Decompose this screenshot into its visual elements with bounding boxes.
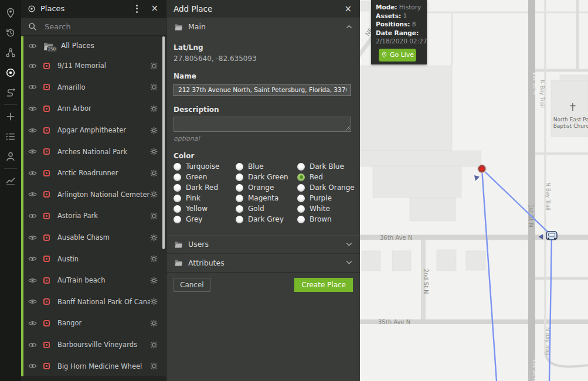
visibility-eye-icon[interactable] (28, 342, 37, 348)
visibility-eye-icon[interactable] (28, 63, 37, 69)
gear-icon[interactable] (150, 83, 158, 91)
gear-icon[interactable] (150, 341, 158, 349)
section-users[interactable]: Users (166, 235, 360, 254)
color-radio[interactable]: Brown (297, 216, 355, 223)
color-radio[interactable]: Red (297, 174, 355, 181)
gear-icon[interactable] (150, 169, 158, 177)
go-live-button[interactable]: Go Live (379, 49, 416, 62)
color-radio[interactable]: Dark Orange (297, 184, 355, 192)
gear-icon[interactable] (150, 212, 158, 220)
gear-icon[interactable] (150, 277, 158, 284)
gear-icon[interactable] (150, 62, 158, 70)
place-name: Austin (57, 255, 150, 263)
places-menu-kebab-icon[interactable] (132, 2, 141, 15)
place-row[interactable]: AuTrain beach (21, 270, 166, 291)
cancel-button[interactable]: Cancel (174, 278, 210, 292)
gear-icon[interactable] (150, 319, 158, 327)
all-places-row[interactable]: 250 All Places (21, 36, 166, 55)
name-input[interactable] (174, 84, 351, 96)
description-textarea[interactable] (174, 117, 351, 132)
place-row[interactable]: Amarillo (21, 77, 166, 98)
gear-icon[interactable] (150, 190, 158, 198)
place-row[interactable]: Astoria Park (21, 205, 166, 227)
color-radio[interactable]: Dark Blue (297, 163, 355, 171)
gear-icon[interactable] (150, 298, 158, 305)
gear-icon[interactable] (150, 362, 158, 370)
visibility-eye-icon[interactable] (28, 148, 37, 155)
list-bottom-edge (21, 376, 166, 381)
color-radio[interactable]: Purple (297, 195, 355, 202)
visibility-eye-icon[interactable] (28, 234, 37, 241)
place-row[interactable]: Banff National Park Of Canada (21, 291, 166, 313)
users-icon[interactable] (5, 151, 16, 162)
color-radio[interactable]: Dark Green (236, 174, 297, 181)
color-radio[interactable]: Orange (236, 184, 297, 192)
color-radio[interactable]: Grey (174, 216, 236, 223)
places-close-icon[interactable]: × (151, 4, 158, 13)
place-row[interactable]: Austin (21, 248, 166, 270)
visibility-eye-icon[interactable] (28, 298, 37, 305)
section-attributes[interactable]: Attributes (166, 254, 360, 273)
svg-text:North East Par: North East Par (553, 117, 588, 123)
chevron-up-icon (346, 25, 352, 29)
color-radio[interactable]: Yellow (174, 205, 236, 213)
color-radio-label: Blue (248, 162, 264, 171)
task-list-icon[interactable] (5, 131, 16, 142)
gear-icon[interactable] (150, 105, 158, 113)
places-panel-header: Places × (21, 0, 166, 18)
add-place-close-icon[interactable]: × (344, 5, 352, 13)
visibility-eye-icon[interactable] (28, 43, 37, 49)
assets-icon[interactable] (5, 47, 16, 59)
visibility-eye-icon[interactable] (28, 127, 37, 134)
place-row[interactable]: Arlington National Cemetery (21, 184, 166, 206)
section-main[interactable]: Main (166, 18, 360, 36)
svg-text:1st St N: 1st St N (532, 72, 539, 95)
visibility-eye-icon[interactable] (28, 363, 37, 369)
color-radio[interactable]: White (297, 205, 355, 213)
visibility-eye-icon[interactable] (28, 170, 37, 176)
app-icon-rail (0, 0, 21, 381)
visibility-eye-icon[interactable] (28, 84, 37, 90)
place-row[interactable]: Big Horn Medicine Wheel (21, 355, 166, 377)
place-row[interactable]: Arctic Roadrunner (21, 162, 166, 184)
search-input[interactable] (45, 22, 159, 31)
history-icon[interactable] (5, 27, 16, 39)
gear-icon[interactable] (150, 127, 158, 134)
place-position-marker[interactable] (478, 165, 486, 173)
place-row[interactable]: Barboursville Vineyards (21, 334, 166, 356)
color-radio[interactable]: Turquoise (174, 163, 236, 171)
place-row[interactable]: Ausable Chasm (21, 227, 166, 249)
places-panel-title: Places (40, 4, 64, 13)
place-row[interactable]: Arches National Park (21, 141, 166, 162)
gear-icon[interactable] (150, 234, 158, 241)
places-scrollbar-thumb[interactable] (162, 36, 165, 249)
color-radio[interactable]: Pink (174, 195, 236, 202)
map-pin-icon[interactable] (5, 7, 16, 19)
reports-chart-icon[interactable] (5, 175, 16, 186)
color-radio[interactable]: Dark Grey (236, 216, 297, 223)
vehicle-marker[interactable] (546, 232, 557, 240)
visibility-eye-icon[interactable] (28, 106, 37, 112)
place-row[interactable]: Bangor (21, 312, 166, 334)
create-place-button[interactable]: Create Place (294, 278, 353, 292)
place-row[interactable]: Apgar Amphitheater (21, 120, 166, 141)
visibility-eye-icon[interactable] (28, 277, 37, 284)
routes-icon[interactable] (5, 87, 16, 98)
visibility-eye-icon[interactable] (28, 191, 37, 198)
places-target-icon[interactable] (5, 67, 16, 79)
color-radio[interactable]: Gold (236, 205, 297, 213)
color-radio-label: Purple (310, 194, 332, 202)
visibility-eye-icon[interactable] (28, 320, 37, 326)
color-radio[interactable]: Green (174, 174, 236, 181)
color-radio[interactable]: Blue (236, 163, 297, 171)
place-row[interactable]: 9/11 Memorial (21, 55, 166, 77)
color-radio[interactable]: Magenta (236, 195, 297, 202)
visibility-eye-icon[interactable] (28, 256, 37, 262)
add-plus-icon[interactable] (5, 111, 16, 123)
gear-icon[interactable] (150, 255, 158, 263)
color-radio[interactable]: Dark Red (174, 184, 236, 192)
section-main-title: Main (188, 22, 346, 31)
gear-icon[interactable] (150, 148, 158, 155)
visibility-eye-icon[interactable] (28, 213, 37, 219)
place-row[interactable]: Ann Arbor (21, 98, 166, 120)
